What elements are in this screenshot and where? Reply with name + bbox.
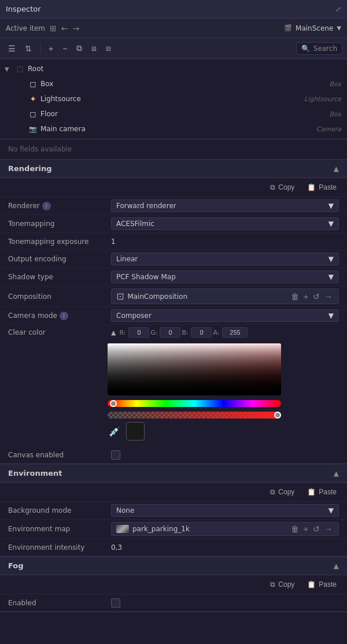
- root-chevron-icon: ▼: [5, 66, 13, 72]
- renderer-field: Renderer i Forward renderer ▼: [0, 197, 347, 215]
- composition-open-button[interactable]: →: [323, 292, 334, 301]
- add-button[interactable]: +: [45, 42, 57, 55]
- rgba-r-input[interactable]: [128, 327, 149, 338]
- envmap-delete-button[interactable]: 🗑: [290, 524, 300, 534]
- envmap-refresh-button[interactable]: ↺: [312, 524, 321, 534]
- color-swatch[interactable]: [126, 422, 145, 441]
- fog-title: Fog: [8, 561, 334, 570]
- tonemapping-dropdown[interactable]: ACESFilmic ▼: [111, 217, 339, 230]
- search-label: Search: [313, 45, 337, 53]
- alpha-slider[interactable]: [108, 412, 281, 419]
- fog-enabled-checkbox[interactable]: [111, 598, 120, 608]
- rendering-header[interactable]: Rendering ▲: [0, 160, 347, 178]
- color-picker-area: 💉: [0, 340, 347, 446]
- camera-label: Main camera: [40, 125, 314, 133]
- app-title: Inspector: [6, 5, 41, 13]
- envmap-add-button[interactable]: +: [302, 524, 309, 534]
- canvas-enabled-label: Canvas enabled: [8, 451, 106, 459]
- envmap-open-button[interactable]: →: [323, 524, 334, 534]
- box-label: Box: [40, 80, 327, 88]
- fog-header[interactable]: Fog ▲: [0, 557, 347, 575]
- hue-slider[interactable]: [108, 400, 281, 407]
- color-gradient[interactable]: [108, 343, 281, 395]
- output-encoding-chevron-icon: ▼: [328, 255, 334, 263]
- rendering-actions: ⧉ Copy 📋 Paste: [0, 178, 347, 197]
- tonemapping-exposure-label: Tonemapping exposure: [8, 238, 106, 246]
- no-fields-message: No fields available: [0, 139, 347, 160]
- sort-view-button[interactable]: ⇅: [21, 42, 35, 55]
- composition-actions: 🗑 + ↺ →: [290, 292, 334, 301]
- rgba-b-channel: B:: [182, 327, 212, 338]
- canvas-enabled-checkbox[interactable]: [111, 450, 120, 460]
- scene-icon: 🎬: [284, 24, 292, 32]
- tree-item-lightsource[interactable]: ✦ Lightsource Lightsource: [0, 91, 347, 106]
- tree-item-floor[interactable]: ◻ Floor Box: [0, 106, 347, 121]
- envmap-thumbnail: [116, 525, 129, 533]
- shadow-type-dropdown[interactable]: PCF Shadow Map ▼: [111, 271, 339, 283]
- rgba-a-input[interactable]: [222, 327, 248, 338]
- scene-name: MainScene: [296, 24, 333, 32]
- composition-add-button[interactable]: +: [302, 292, 309, 301]
- search-area[interactable]: 🔍 Search: [296, 42, 342, 55]
- tonemapping-label: Tonemapping: [8, 220, 106, 228]
- box-type: Box: [330, 80, 341, 88]
- instance-button[interactable]: ⧆: [88, 41, 100, 55]
- fog-enabled-field: Enabled: [0, 594, 347, 612]
- camera-mode-dropdown[interactable]: Composer ▼: [111, 309, 339, 322]
- environment-copy-button[interactable]: ⧉ Copy: [265, 486, 299, 498]
- scene-chevron-icon: ▼: [337, 25, 341, 31]
- back-icon[interactable]: ←: [61, 24, 68, 33]
- tree-item-root[interactable]: ▼ ⬚ Root: [0, 61, 347, 76]
- detach-button[interactable]: ⧇: [102, 41, 115, 55]
- color-tools-row: 💉: [108, 422, 339, 441]
- rgba-b-input[interactable]: [191, 327, 212, 338]
- environment-actions: ⧉ Copy 📋 Paste: [0, 483, 347, 502]
- forward-icon[interactable]: →: [73, 24, 80, 33]
- composition-refresh-button[interactable]: ↺: [312, 292, 321, 301]
- clear-color-row: Clear color ▲ R: G: B: A:: [0, 325, 347, 340]
- rgba-g-input[interactable]: [160, 327, 180, 338]
- rendering-copy-button[interactable]: ⧉ Copy: [265, 182, 299, 193]
- fog-section: Fog ▲ ⧉ Copy 📋 Paste Enabled: [0, 557, 347, 612]
- tree-item-box[interactable]: ◻ Box Box: [0, 76, 347, 91]
- renderer-dropdown[interactable]: Forward renderer ▼: [111, 199, 339, 212]
- tree-item-camera[interactable]: 📷 Main camera Camera: [0, 121, 347, 136]
- paste-icon: 📋: [307, 183, 316, 191]
- list-view-button[interactable]: ☰: [5, 42, 19, 55]
- environment-intensity-value[interactable]: 0,3: [111, 542, 339, 553]
- composition-value: ⊡ MainComposition 🗑 + ↺ →: [111, 288, 339, 304]
- camera-mode-info-icon[interactable]: i: [60, 312, 68, 320]
- clear-color-label: Clear color: [8, 328, 106, 336]
- environment-map-label: Environment map: [8, 525, 106, 533]
- envmap-actions: 🗑 + ↺ →: [290, 524, 334, 534]
- rendering-section: Rendering ▲ ⧉ Copy 📋 Paste Renderer i Fo…: [0, 160, 347, 464]
- environment-collapse-icon: ▲: [334, 469, 339, 478]
- floor-icon: ◻: [28, 109, 38, 119]
- duplicate-button[interactable]: ⧉: [73, 41, 86, 55]
- background-mode-dropdown[interactable]: None ▼: [111, 504, 339, 517]
- tonemapping-exposure-field: Tonemapping exposure 1: [0, 233, 347, 250]
- remove-button[interactable]: −: [59, 42, 71, 55]
- expand-icon[interactable]: ⤢: [335, 5, 341, 13]
- rgba-a-channel: A:: [213, 327, 248, 338]
- shadow-type-label: Shadow type: [8, 273, 106, 281]
- tonemapping-exposure-value[interactable]: 1: [111, 236, 339, 247]
- rgba-toggle-button[interactable]: ▲: [109, 329, 118, 336]
- alpha-thumb[interactable]: [274, 412, 281, 419]
- rendering-title: Rendering: [8, 164, 334, 173]
- renderer-info-icon[interactable]: i: [42, 202, 51, 210]
- output-encoding-dropdown[interactable]: Linear ▼: [111, 253, 339, 265]
- eyedropper-button[interactable]: 💉: [108, 425, 121, 438]
- camera-mode-label: Camera mode i: [8, 312, 106, 320]
- hue-thumb[interactable]: [110, 400, 117, 407]
- environment-header[interactable]: Environment ▲: [0, 464, 347, 483]
- environment-title: Environment: [8, 469, 334, 478]
- renderer-label: Renderer i: [8, 202, 106, 210]
- fog-actions: ⧉ Copy 📋 Paste: [0, 575, 347, 594]
- scene-selector[interactable]: 🎬 MainScene ▼: [284, 24, 341, 32]
- environment-paste-button[interactable]: 📋 Paste: [302, 486, 341, 498]
- fog-paste-button[interactable]: 📋 Paste: [302, 579, 341, 590]
- rendering-paste-button[interactable]: 📋 Paste: [302, 182, 341, 193]
- fog-copy-button[interactable]: ⧉ Copy: [265, 579, 299, 590]
- composition-delete-button[interactable]: 🗑: [290, 292, 300, 301]
